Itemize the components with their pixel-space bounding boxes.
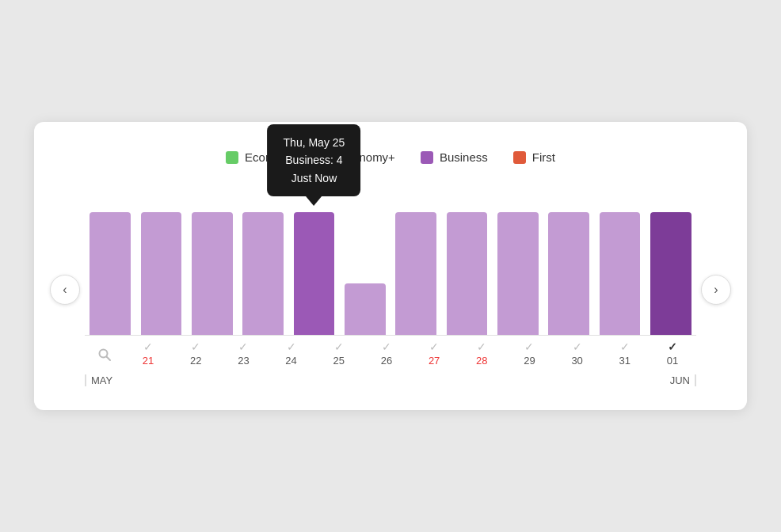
first-label: First	[532, 150, 555, 164]
bar-24[interactable]	[242, 212, 283, 335]
bar-col-28[interactable]	[441, 192, 492, 335]
economy-dot	[226, 151, 238, 164]
nav-prev-button[interactable]: ‹	[50, 275, 80, 305]
date-label-21: 21	[143, 355, 154, 367]
bar-col-21[interactable]	[85, 192, 135, 335]
axis-col-28: ✓28	[458, 336, 505, 370]
bar-23[interactable]	[192, 212, 232, 335]
bar-27[interactable]	[395, 212, 436, 335]
first-dot	[513, 151, 526, 164]
check-01: ✓	[668, 340, 677, 353]
check-28: ✓	[477, 340, 486, 353]
bar-col-22[interactable]	[135, 192, 186, 335]
chart-inner: Thu, May 25Business: 4Just Now ✓21✓22✓23…	[85, 192, 696, 386]
axis-col-22: ✓22	[172, 336, 219, 370]
axis-col-29: ✓29	[505, 336, 553, 370]
bar-31[interactable]	[600, 212, 640, 335]
legend-item-business: Business	[421, 150, 488, 164]
tooltip-arrow	[306, 196, 322, 206]
axis-col-26: ✓26	[363, 336, 410, 370]
date-label-28: 28	[476, 355, 487, 367]
check-21: ✓	[143, 340, 153, 353]
search-icon	[97, 348, 112, 362]
check-25: ✓	[334, 340, 344, 353]
axis-col-24: ✓24	[268, 336, 315, 370]
month-row: MAY JUN	[85, 374, 696, 386]
check-30: ✓	[573, 340, 582, 353]
bars-row: Thu, May 25Business: 4Just Now	[85, 192, 696, 335]
bar-col-31[interactable]	[594, 192, 645, 335]
search-col	[85, 341, 124, 365]
axis-col-27: ✓27	[410, 336, 458, 370]
bar-col-25[interactable]: Thu, May 25Business: 4Just Now	[288, 192, 339, 335]
check-29: ✓	[524, 340, 534, 353]
axis-row: ✓21✓22✓23✓24✓25✓26✓27✓28✓29✓30✓31✓01	[85, 335, 696, 370]
date-label-27: 27	[429, 355, 440, 367]
date-label-22: 22	[190, 355, 201, 367]
bar-30[interactable]	[548, 212, 589, 335]
check-27: ✓	[429, 340, 439, 353]
bar-col-23[interactable]	[187, 192, 238, 335]
bar-col-27[interactable]	[390, 192, 441, 335]
month-label-may: MAY	[85, 374, 112, 386]
bar-21[interactable]	[90, 212, 130, 335]
bar-col-01[interactable]	[646, 192, 696, 335]
date-label-26: 26	[381, 355, 392, 367]
bar-28[interactable]	[447, 212, 487, 335]
date-label-29: 29	[524, 355, 535, 367]
legend: Economy Economy+ Business First	[50, 150, 731, 164]
check-23: ✓	[238, 340, 248, 353]
bar-26[interactable]	[345, 283, 385, 335]
bar-29[interactable]	[497, 212, 538, 335]
axis-col-31: ✓31	[601, 336, 649, 370]
business-label: Business	[440, 150, 488, 164]
date-label-31: 31	[619, 355, 631, 367]
axis-col-23: ✓23	[219, 336, 267, 370]
bar-col-26[interactable]	[340, 192, 390, 335]
date-label-24: 24	[285, 355, 296, 367]
axis-col-25: ✓25	[315, 336, 363, 370]
bar-25[interactable]	[294, 212, 334, 335]
axis-col-30: ✓30	[554, 336, 601, 370]
legend-item-first: First	[513, 150, 555, 164]
tooltip-box: Thu, May 25Business: 4Just Now	[268, 124, 361, 196]
check-26: ✓	[382, 340, 391, 353]
bar-22[interactable]	[141, 212, 181, 335]
bar-01[interactable]	[650, 212, 691, 335]
bar-col-24[interactable]	[238, 192, 288, 335]
tooltip: Thu, May 25Business: 4Just Now	[268, 124, 361, 206]
bar-col-30[interactable]	[543, 192, 594, 335]
date-label-23: 23	[238, 355, 249, 367]
tooltip-class-value: Business: 4	[285, 154, 342, 166]
date-label-30: 30	[571, 355, 582, 367]
tooltip-date: Thu, May 25	[284, 136, 345, 149]
nav-next-button[interactable]: ›	[701, 275, 731, 305]
tooltip-time: Just Now	[291, 172, 337, 184]
chart-wrapper: ‹ › Thu, May 25Business: 4Just Now ✓21✓2…	[50, 192, 731, 386]
bar-col-29[interactable]	[493, 192, 543, 335]
check-22: ✓	[191, 340, 200, 353]
month-label-jun: JUN	[670, 374, 696, 386]
axis-col-21: ✓21	[124, 336, 172, 370]
check-31: ✓	[620, 340, 630, 353]
svg-line-1	[107, 356, 111, 360]
business-dot	[421, 151, 433, 164]
check-24: ✓	[287, 340, 296, 353]
date-label-01: 01	[667, 355, 678, 367]
axis-col-01: ✓01	[649, 336, 696, 370]
date-label-25: 25	[333, 355, 345, 367]
main-card: Economy Economy+ Business First ‹ › Thu,…	[34, 122, 747, 410]
